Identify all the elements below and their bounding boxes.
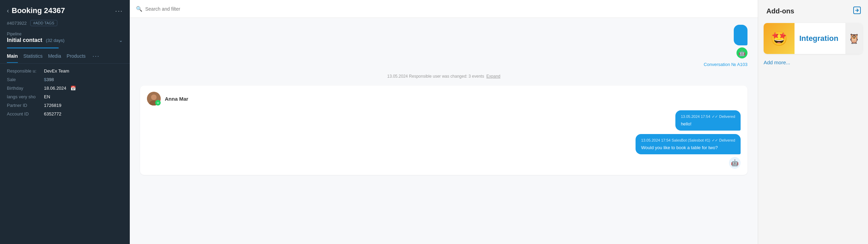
bot-avatar-row: 🤖 xyxy=(729,157,741,169)
search-input[interactable] xyxy=(145,6,752,12)
calendar-icon[interactable]: 📅 xyxy=(70,86,76,91)
addon-card-image: 🤩 xyxy=(764,23,795,54)
field-value-birthday: 18.06.2024 xyxy=(44,86,66,91)
field-langs: langs very sho EN xyxy=(7,94,123,99)
pipeline-days: (32 days) xyxy=(46,38,65,43)
search-icon: 🔍 xyxy=(136,6,142,12)
field-label-birthday: Birthday xyxy=(7,86,41,91)
field-birthday: Birthday 18.06.2024 📅 xyxy=(7,86,123,91)
sidebar-header: ‹ Booking 24367 ··· xyxy=(0,0,130,19)
field-value-sale: $398 xyxy=(44,77,54,82)
message-meta-1: 13.05.2024 17:54 ✓✓ Delivered xyxy=(681,114,735,120)
field-label-partner-id: Partner ID xyxy=(7,103,41,108)
message-text-1: hello! xyxy=(681,121,735,127)
tabs-more-button[interactable]: ··· xyxy=(92,53,100,63)
tab-products[interactable]: Products xyxy=(67,53,85,63)
sender-row: W Anna Mar xyxy=(147,92,741,106)
search-bar: 🔍 xyxy=(130,0,758,18)
add-more-link[interactable]: Add more... xyxy=(758,57,868,68)
partial-message-bubble xyxy=(734,25,747,45)
field-label-sale: Sale xyxy=(7,77,41,82)
message-timestamp-1: 13.05.2024 17:54 xyxy=(681,114,710,120)
pipeline-name: Initial contact xyxy=(7,37,42,43)
back-button[interactable]: ‹ xyxy=(7,7,9,14)
addon-card-body: Integration xyxy=(795,23,845,54)
pipeline-label: Pipeline xyxy=(7,32,123,36)
message-meta-2: 13.05.2024 17:54 SalesBot (Salesbot #1) … xyxy=(641,137,735,143)
expand-link[interactable]: Expand xyxy=(487,74,501,79)
pipeline-chevron-icon[interactable]: ⌄ xyxy=(119,37,123,43)
sidebar-meta: #4073922 #ADD TAGS xyxy=(0,19,130,30)
message-timestamp-2: 13.05.2024 17:54 SalesBot (Salesbot #1) xyxy=(641,137,710,143)
export-icon[interactable] xyxy=(853,6,861,16)
field-label-account-id: Account ID xyxy=(7,111,41,117)
conversation-label: Conversation № A103 xyxy=(704,62,747,67)
pipeline-section: Pipeline Initial contact (32 days) ⌄ xyxy=(0,30,130,45)
main-content: 🔍 🤖 Conversation № A103 13.05.2024 Respo… xyxy=(130,0,758,244)
field-partner-id: Partner ID 1726819 xyxy=(7,103,123,108)
delivered-label-1: Delivered xyxy=(719,114,735,120)
whatsapp-icon: W xyxy=(156,101,160,104)
booking-title: Booking 24367 xyxy=(12,6,115,15)
system-event-text: 13.05.2024 Responsible user was changed:… xyxy=(387,74,484,79)
pipeline-value-row: Initial contact (32 days) ⌄ xyxy=(7,37,123,43)
tab-main[interactable]: Main xyxy=(7,53,18,63)
dollar-sign: $ xyxy=(44,77,46,82)
field-value-partner-id: 1726819 xyxy=(44,103,61,108)
message-bubble-2: 13.05.2024 17:54 SalesBot (Salesbot #1) … xyxy=(636,134,741,154)
message-bubble-1: 13.05.2024 17:54 ✓✓ Delivered hello! xyxy=(675,110,741,131)
svg-text:W: W xyxy=(157,102,159,104)
sender-name: Anna Mar xyxy=(165,96,188,102)
tab-statistics[interactable]: Statistics xyxy=(23,53,43,63)
anna-mar-chat-block: W Anna Mar 13.05.2024 17:54 ✓✓ Delivered xyxy=(140,86,747,175)
addon-right-emoji-icon: 🦉 xyxy=(848,33,860,44)
field-value-responsible: DevEx Team xyxy=(44,68,69,74)
tab-media[interactable]: Media xyxy=(48,53,61,63)
delivered-label-2: Delivered xyxy=(719,137,735,143)
more-options-button[interactable]: ··· xyxy=(115,7,123,15)
whatsapp-badge-icon: W xyxy=(155,100,161,106)
system-event: 13.05.2024 Responsible user was changed:… xyxy=(140,72,747,81)
addons-panel: Add-ons 🤩 Integration 🦉 Add more... xyxy=(758,0,868,244)
export-svg-icon xyxy=(853,6,861,14)
field-responsible: Responsible u: DevEx Team xyxy=(7,68,123,74)
sidebar-tabs: Main Statistics Media Products ··· xyxy=(0,48,130,64)
sidebar-fields: Responsible u: DevEx Team Sale $398 Birt… xyxy=(0,64,130,244)
whatsapp-avatar-row: 🤖 xyxy=(736,47,747,58)
addon-card-title: Integration xyxy=(799,34,838,43)
messages-column: 13.05.2024 17:54 ✓✓ Delivered hello! 13.… xyxy=(147,110,741,169)
field-sale: Sale $398 xyxy=(7,77,123,82)
message-2-row: 13.05.2024 17:54 SalesBot (Salesbot #1) … xyxy=(636,134,741,169)
field-label-responsible: Responsible u: xyxy=(7,68,41,74)
field-label-langs: langs very sho xyxy=(7,94,41,99)
addons-header: Add-ons xyxy=(758,0,868,20)
delivered-check-icon-1: ✓✓ xyxy=(712,114,718,120)
message-1: 13.05.2024 17:54 ✓✓ Delivered hello! xyxy=(675,110,741,131)
field-value-account-id: 6352772 xyxy=(44,111,61,117)
chat-area: 🤖 Conversation № A103 13.05.2024 Respons… xyxy=(130,18,758,244)
addon-emoji-icon: 🤩 xyxy=(770,31,788,47)
bot-avatar-icon: 🤖 xyxy=(729,157,741,169)
addons-body: 🤩 Integration 🦉 xyxy=(758,20,868,57)
delivered-check-icon-2: ✓✓ xyxy=(712,137,718,143)
add-tags-button[interactable]: #ADD TAGS xyxy=(30,20,57,26)
addons-title: Add-ons xyxy=(766,7,794,15)
anna-mar-avatar-wrap: W xyxy=(147,92,161,106)
pipeline-info: Initial contact (32 days) xyxy=(7,37,65,43)
integration-addon-card[interactable]: 🤩 Integration 🦉 xyxy=(764,23,863,54)
message-text-2: Would you like to book a table for two? xyxy=(641,144,735,151)
svg-point-1 xyxy=(151,95,157,100)
field-account-id: Account ID 6352772 xyxy=(7,111,123,117)
addon-card-right-icon: 🦉 xyxy=(845,23,863,54)
booking-id: #4073922 xyxy=(7,21,27,26)
field-value-langs: EN xyxy=(44,94,50,99)
whatsapp-bot-icon: 🤖 xyxy=(736,47,747,58)
sidebar: ‹ Booking 24367 ··· #4073922 #ADD TAGS P… xyxy=(0,0,130,244)
partial-message-block: 🤖 Conversation № A103 xyxy=(140,25,747,67)
